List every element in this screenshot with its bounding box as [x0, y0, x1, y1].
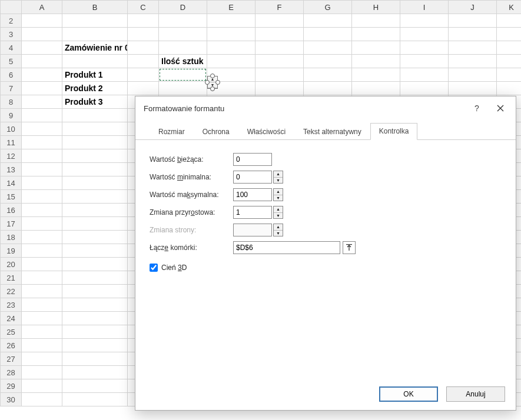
row-header[interactable]: 12 [1, 149, 22, 163]
row-header[interactable]: 20 [1, 258, 22, 271]
cell[interactable] [128, 41, 159, 55]
row-header[interactable]: 22 [1, 285, 22, 298]
cell[interactable] [449, 14, 497, 28]
cell[interactable] [62, 393, 128, 406]
row-header[interactable]: 21 [1, 271, 22, 285]
cell[interactable] [207, 41, 255, 55]
cell[interactable] [497, 55, 522, 68]
min-spinner[interactable]: ▲▼ [273, 171, 283, 184]
tab-size[interactable]: Rozmiar [150, 124, 194, 140]
row-header[interactable]: 30 [1, 393, 22, 406]
cell[interactable] [22, 244, 62, 258]
cell[interactable] [22, 122, 62, 136]
cell[interactable] [62, 298, 128, 312]
cell[interactable] [497, 68, 522, 82]
increment-spinner[interactable]: ▲▼ [273, 206, 283, 219]
ok-button[interactable]: OK [379, 386, 438, 402]
col-header[interactable]: G [304, 1, 352, 14]
row-header[interactable]: 7 [1, 82, 22, 95]
cell[interactable] [62, 204, 128, 217]
row-header[interactable]: 28 [1, 366, 22, 379]
cell-d5[interactable]: Ilość sztuk [159, 55, 207, 68]
cell[interactable] [62, 55, 128, 68]
tab-control[interactable]: Kontrolka [370, 123, 418, 140]
row-header[interactable]: 9 [1, 109, 22, 122]
cell[interactable] [255, 82, 304, 95]
cell[interactable] [400, 41, 449, 55]
col-header[interactable]: J [449, 1, 497, 14]
cell[interactable] [497, 14, 522, 28]
row-header[interactable]: 4 [1, 41, 22, 55]
cell[interactable] [497, 41, 522, 55]
cell[interactable] [22, 204, 62, 217]
cell[interactable] [304, 82, 352, 95]
cell[interactable] [207, 28, 255, 41]
current-value-input[interactable] [233, 153, 272, 166]
row-header[interactable]: 3 [1, 28, 22, 41]
cell[interactable] [62, 312, 128, 325]
row-header[interactable]: 27 [1, 352, 22, 366]
cell[interactable] [62, 352, 128, 366]
dialog-titlebar[interactable]: Formatowanie formantu ? [135, 96, 516, 120]
min-value-input[interactable] [233, 171, 272, 184]
cell[interactable] [159, 28, 207, 41]
row-header[interactable]: 5 [1, 55, 22, 68]
cell[interactable] [400, 14, 449, 28]
cell[interactable] [304, 41, 352, 55]
cell[interactable] [62, 190, 128, 204]
cell[interactable] [22, 231, 62, 244]
corner-cell[interactable] [1, 1, 22, 14]
cell[interactable] [128, 28, 159, 41]
max-spinner[interactable]: ▲▼ [273, 188, 283, 201]
cell[interactable] [352, 55, 400, 68]
cell[interactable] [62, 136, 128, 149]
cell-d6-linked[interactable] [159, 68, 207, 82]
col-header[interactable]: E [207, 1, 255, 14]
cell[interactable] [128, 82, 159, 95]
cell[interactable] [22, 68, 62, 82]
cell[interactable] [255, 68, 304, 82]
cell[interactable] [255, 55, 304, 68]
col-header[interactable]: A [22, 1, 62, 14]
cell[interactable] [449, 28, 497, 41]
cell[interactable] [22, 379, 62, 393]
cell[interactable] [352, 41, 400, 55]
close-button[interactable] [489, 99, 512, 117]
cell[interactable] [62, 109, 128, 122]
cell[interactable] [22, 55, 62, 68]
cell[interactable] [22, 325, 62, 339]
tab-protection[interactable]: Ochrona [194, 124, 238, 140]
cell[interactable] [255, 28, 304, 41]
row-header[interactable]: 29 [1, 379, 22, 393]
cell[interactable] [449, 41, 497, 55]
cell[interactable] [62, 14, 128, 28]
cell[interactable] [62, 258, 128, 271]
row-header[interactable]: 25 [1, 325, 22, 339]
cell[interactable] [62, 149, 128, 163]
resize-handle[interactable] [205, 80, 210, 85]
cell[interactable] [22, 41, 62, 55]
help-button[interactable]: ? [465, 99, 489, 117]
cell[interactable] [22, 258, 62, 271]
cell[interactable] [62, 231, 128, 244]
cell[interactable] [497, 82, 522, 95]
cell[interactable] [159, 41, 207, 55]
cell[interactable] [352, 28, 400, 41]
cell[interactable] [62, 325, 128, 339]
cell[interactable] [22, 339, 62, 352]
row-header[interactable]: 15 [1, 190, 22, 204]
cell[interactable] [62, 339, 128, 352]
cell-b6[interactable]: Produkt 1 [62, 68, 128, 82]
cell[interactable] [22, 190, 62, 204]
cell[interactable] [449, 68, 497, 82]
cell[interactable] [22, 136, 62, 149]
cell[interactable] [159, 14, 207, 28]
resize-handle[interactable] [215, 80, 220, 85]
row-header[interactable]: 8 [1, 95, 22, 109]
row-header[interactable]: 19 [1, 244, 22, 258]
row-header[interactable]: 16 [1, 204, 22, 217]
col-header[interactable]: D [159, 1, 207, 14]
cell[interactable] [62, 285, 128, 298]
cell[interactable] [22, 366, 62, 379]
cell[interactable] [22, 312, 62, 325]
